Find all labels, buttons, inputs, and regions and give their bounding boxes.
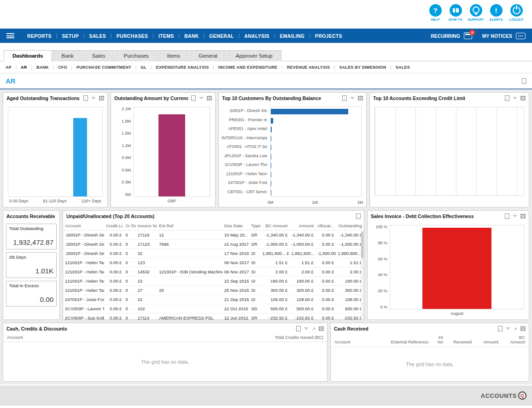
column-header[interactable]: Due Date: [222, 221, 250, 231]
subnav-item-sales[interactable]: SALES: [396, 65, 410, 70]
export-icon[interactable]: [83, 95, 88, 101]
table-cell: -232.92 £: [289, 313, 316, 320]
table-cell: 1.51 £: [261, 258, 290, 267]
my-notices-button[interactable]: MY NOTICES: [482, 33, 526, 39]
filter-icon[interactable]: [513, 97, 517, 100]
nav-item-projects[interactable]: PROJECTS: [310, 33, 347, 39]
subnav-item-income-and-expenditure[interactable]: INCOME AND EXPENDITURE: [218, 65, 278, 70]
export-icon[interactable]: [191, 95, 196, 101]
tab-items[interactable]: Items: [158, 50, 189, 61]
recurring-button[interactable]: RECURRING 9: [431, 32, 472, 39]
grid-icon[interactable]: [358, 96, 363, 101]
tab-approver-setup[interactable]: Approver Setup: [227, 50, 281, 61]
filter-icon[interactable]: [91, 97, 96, 100]
column-header[interactable]: Type: [249, 221, 260, 231]
grid-icon[interactable]: [520, 326, 526, 331]
grid-icon[interactable]: [207, 96, 212, 101]
tab-bank[interactable]: Bank: [53, 50, 82, 61]
subnav-item-cfo[interactable]: CFO: [58, 65, 67, 70]
column-header[interactable]: Int No: [428, 335, 443, 345]
subnav-item-sales-by-dimension[interactable]: SALES BY DIMENSION: [339, 65, 386, 70]
column-header[interactable]: BC Amount: [261, 221, 290, 231]
table-row[interactable]: 2CV003P - Lauren Tho0.00 £010222 Oct 201…: [63, 304, 364, 313]
grid-icon[interactable]: [99, 96, 104, 101]
nav-item-items[interactable]: ITEMS: [154, 33, 179, 39]
nav-item-general[interactable]: GENERAL: [205, 33, 238, 39]
filter-icon[interactable]: [350, 97, 355, 100]
nav-item-analysis[interactable]: ANALYSIS: [240, 33, 274, 39]
nav-item-emailing[interactable]: EMAILING: [275, 33, 310, 39]
column-header[interactable]: Received: [443, 340, 472, 344]
column-header[interactable]: Invoice No: [136, 221, 157, 231]
subnav-item-revenue-analysis[interactable]: REVENUE ANALYSIS: [287, 65, 330, 70]
nav-item-bank[interactable]: BANK: [180, 33, 204, 39]
table-row[interactable]: .SI001P - Dinesh Sin0.00 £03217 Nov 2016…: [63, 249, 364, 258]
column-header[interactable]: Account: [7, 335, 275, 340]
tab-general[interactable]: General: [190, 50, 226, 61]
table-row[interactable]: 2CV004P - Sue Knibb0.00 £017114AMERICAN …: [63, 313, 364, 320]
table-row[interactable]: 121001P - Helen Tann0.00 £014532121001P …: [63, 267, 364, 277]
subnav-item-ap[interactable]: AP: [6, 65, 12, 70]
subnav-item-gl[interactable]: GL: [140, 65, 146, 70]
column-header[interactable]: External Reference: [378, 340, 428, 344]
header-button-howto[interactable]: HOW TO: [445, 4, 466, 21]
table-row[interactable]: 247001P - Josie Fost0.00 £02221 Sep 2015…: [63, 295, 364, 304]
vertical-scrollbar[interactable]: [361, 231, 364, 319]
table-row[interactable]: .SI001P - Dinesh Sin0.00 £0171191210 May…: [63, 231, 364, 240]
expand-icon[interactable]: [312, 326, 316, 331]
table-cell: [157, 295, 222, 304]
table-row[interactable]: 121001P - Helen Tann0.00 £012306 Nov 201…: [63, 258, 364, 267]
grid-icon[interactable]: [319, 326, 324, 331]
subnav-item-expenditure-analysis[interactable]: EXPENDITURE ANALYSIS: [156, 65, 209, 70]
hamburger-menu-icon[interactable]: [6, 33, 14, 38]
nav-item-reports[interactable]: REPORTS: [23, 33, 56, 39]
filter-icon[interactable]: [199, 97, 204, 100]
table-row[interactable]: 121001P - Helen Tann0.00 £0272525 Nov 20…: [63, 286, 364, 295]
header-button-help[interactable]: ?HELP: [425, 4, 445, 21]
nav-item-purchases[interactable]: PURCHASES: [112, 33, 153, 39]
column-header[interactable]: Amount: [472, 340, 498, 344]
filter-icon[interactable]: [304, 327, 309, 330]
column-header[interactable]: Total Credits Issued (BC): [275, 335, 323, 340]
column-header[interactable]: BC Amount: [498, 335, 525, 345]
scrollbar-thumb[interactable]: [361, 231, 363, 258]
subnav-item-bank[interactable]: BANK: [36, 65, 49, 70]
column-header[interactable]: Amount: [289, 221, 316, 231]
column-header[interactable]: Allocat...: [316, 221, 336, 231]
export-icon[interactable]: [505, 213, 509, 219]
subnav-item-purchase-commitment[interactable]: PURCHASE COMMITMENT: [76, 65, 131, 70]
expand-icon[interactable]: [514, 326, 517, 331]
export-icon[interactable]: [522, 78, 526, 84]
export-icon[interactable]: [296, 326, 301, 331]
column-header[interactable]: Outstanding: [336, 221, 364, 231]
nav-item-setup[interactable]: SETUP: [57, 33, 83, 39]
table-cell: [157, 258, 222, 267]
column-header[interactable]: Cr Da...: [123, 221, 135, 231]
column-header[interactable]: Account: [63, 221, 104, 231]
tab-sales[interactable]: Sales: [83, 50, 114, 61]
table-row[interactable]: .SI001P - Dinesh Sin0.00 £017123768621 A…: [63, 240, 364, 249]
nav-item-sales[interactable]: SALES: [85, 33, 111, 39]
column-header[interactable]: Credit Li...: [104, 221, 123, 231]
column-header[interactable]: Ext Ref.: [157, 221, 222, 231]
table-cell: 22 Sep 2015: [222, 277, 250, 286]
subnav-item-ar[interactable]: AR: [21, 65, 27, 70]
filter-icon[interactable]: [513, 215, 517, 218]
tab-dashboards[interactable]: Dashboards: [4, 50, 52, 61]
header-button-logout[interactable]: LOGOUT: [506, 4, 526, 21]
filter-icon[interactable]: [506, 327, 510, 330]
header-button-support[interactable]: SUPPORT: [466, 4, 486, 21]
header-button-alerts[interactable]: !ALERTS: [486, 4, 506, 21]
export-icon[interactable]: [342, 95, 347, 101]
export-icon[interactable]: [498, 326, 503, 331]
table-cell: 0: [123, 240, 135, 249]
export-icon[interactable]: [356, 213, 361, 219]
export-icon[interactable]: [505, 95, 509, 101]
column-header[interactable]: Account: [334, 340, 378, 344]
tab-purchases[interactable]: Purchases: [115, 50, 157, 61]
table-row[interactable]: 121001P - Helen Tann0.00 £02322 Sep 2015…: [63, 277, 364, 286]
kpi-card: Total Outstanding1,932,472.87: [6, 224, 57, 249]
grid-icon[interactable]: [520, 214, 526, 219]
subnav-separator: |: [281, 65, 282, 70]
grid-icon[interactable]: [520, 96, 526, 101]
